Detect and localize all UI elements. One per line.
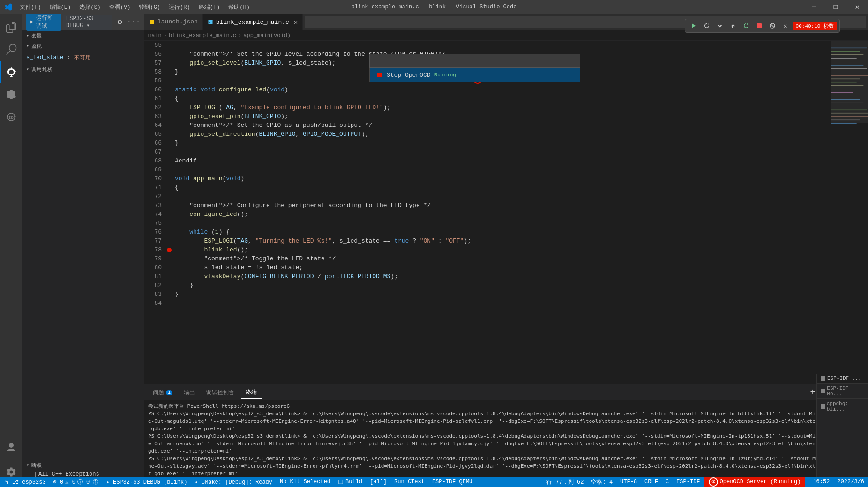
callstack-header[interactable]: ▾ 调用堆栈 <box>22 64 144 74</box>
config-label[interactable]: ESP32-S3 DEBUG ▾ <box>63 15 112 30</box>
activity-debug[interactable] <box>0 61 22 83</box>
tab-debug-console[interactable]: 调试控制台 <box>202 386 239 399</box>
menu-view[interactable]: 查看(V) <box>105 2 135 12</box>
status-git-branch[interactable]: ⎇ esp32s3 <box>0 477 50 487</box>
stop-openocd-label: Stop OpenOCD <box>387 72 431 79</box>
debug-disconnect-btn[interactable] <box>767 20 778 31</box>
debug-close-btn[interactable]: ✕ <box>780 20 791 31</box>
more-icon-btn[interactable]: ··· <box>127 15 140 29</box>
minimize-button[interactable]: ─ <box>803 0 825 14</box>
debug-toolbar: 运行和调试 ESP32-S3 DEBUG ▾ ⚙ ··· <box>22 14 144 30</box>
debug-step-into-btn[interactable] <box>714 20 726 31</box>
maximize-button[interactable] <box>825 0 846 14</box>
run-ctest-label: Run CTest <box>394 479 425 485</box>
menu-run[interactable]: 运行(R) <box>165 2 194 12</box>
tab-output[interactable]: 输出 <box>179 386 200 399</box>
debug-step-over-btn[interactable] <box>701 20 712 31</box>
menu-file[interactable]: 文件(F) <box>16 2 45 12</box>
line-number: 79 <box>144 254 162 263</box>
code-line: vTaskDelay(CONFIG_BLINK_PERIOD / portTIC… <box>165 272 831 281</box>
gear-icon-btn[interactable]: ⚙ <box>114 15 125 29</box>
close-button[interactable]: ✕ <box>846 0 868 14</box>
time-label: 16:52 <box>813 479 830 485</box>
status-build[interactable]: Build <box>334 477 366 487</box>
rt-tab-esp-idf[interactable]: ESP-IDF ... <box>817 374 868 384</box>
svg-rect-30 <box>821 404 825 409</box>
rt-tab-esp-idf-mo[interactable]: ESP-IDF Mo... <box>817 384 868 399</box>
status-cmake[interactable]: ✦ CMake: [Debug]: Ready <box>191 477 276 487</box>
svg-rect-27 <box>831 41 868 123</box>
code-lines: "comment">/* Set the GPIO level accordin… <box>165 41 831 384</box>
no-breakpoint <box>165 272 173 281</box>
code-line: { <box>165 94 831 103</box>
no-breakpoint <box>165 85 173 94</box>
tab-blink-main[interactable]: C blink_example_main.c ✕ <box>203 14 303 30</box>
tab-launch-json[interactable]: launch.json <box>144 14 203 30</box>
tab-close-icon[interactable]: ✕ <box>294 18 298 26</box>
spaces-label: 空格: 4 <box>591 478 613 486</box>
code-line: } <box>165 290 831 299</box>
chevron-right-icon: ▾ <box>26 66 30 72</box>
status-run-ctest[interactable]: Run CTest <box>390 477 428 487</box>
status-esp-idf[interactable]: ESP-IDF <box>673 477 703 487</box>
status-encoding[interactable]: UTF-8 <box>616 477 641 487</box>
tab-terminal[interactable]: 终端 <box>241 386 262 399</box>
rt-tab-cppdbg[interactable]: cppdbg: bli... <box>817 399 868 414</box>
code-editor[interactable]: 5556575859606162636465666768697071727374… <box>144 41 831 384</box>
status-line-ending[interactable]: CRLF <box>641 477 662 487</box>
watch-header[interactable]: ▾ 监视 <box>22 41 144 51</box>
line-number: 82 <box>144 281 162 290</box>
line-number: 60 <box>144 85 162 94</box>
status-build-all[interactable]: [all] <box>366 477 390 487</box>
status-line-col[interactable]: 行 77，列 62 <box>543 477 587 487</box>
activity-esp-idf[interactable]: IDF <box>0 106 22 128</box>
variables-header[interactable]: ▾ 变量 <box>22 30 144 41</box>
breakpoints-header[interactable]: ▾ 断点 <box>22 460 144 470</box>
status-language[interactable]: C <box>662 477 673 487</box>
debug-config-label: ✦ ESP32-S3 DEBUG (blink) <box>106 479 187 486</box>
menu-edit[interactable]: 编辑(E) <box>46 2 75 12</box>
left-panel: 运行和调试 ESP32-S3 DEBUG ▾ ⚙ ··· ▾ 变量 ▾ 监视 s… <box>22 14 144 487</box>
code-text: { <box>173 183 179 192</box>
menu-help[interactable]: 帮助(H) <box>224 2 254 12</box>
menu-goto[interactable]: 转到(G) <box>135 2 164 12</box>
encoding-label: UTF-8 <box>620 479 637 485</box>
menu-select[interactable]: 选择(S) <box>75 2 105 12</box>
date-label: 2022/3/6 <box>837 479 864 485</box>
activity-search[interactable] <box>0 38 22 61</box>
bottom-tab-bar: 问题 1 输出 调试控制台 终端 + ⊞ ∧ <box>144 384 868 401</box>
run-debug-button[interactable]: 运行和调试 <box>26 13 61 31</box>
openocd-label: OpenOCD Server (Running) <box>720 479 801 485</box>
status-time: 16:52 <box>809 477 833 487</box>
status-spaces[interactable]: 空格: 4 <box>587 477 616 487</box>
status-debug-config[interactable]: ✦ ESP32-S3 DEBUG (blink) <box>103 477 191 487</box>
no-breakpoint <box>165 103 173 112</box>
status-esp-idf-qemu[interactable]: ESP-IDF QEMU <box>428 477 476 487</box>
status-left: ⎇ esp32s3 ⊗ 0 ⚠ 0 ⓘ 0 ① ✦ ESP32-S3 DEBUG… <box>0 477 476 487</box>
no-breakpoint <box>165 183 173 192</box>
status-no-kit[interactable]: No Kit Selected <box>276 477 334 487</box>
code-line: { <box>165 183 831 192</box>
line-number: 75 <box>144 219 162 228</box>
tab-problems[interactable]: 问题 1 <box>148 386 177 399</box>
debug-restart-btn[interactable] <box>741 20 752 31</box>
breadcrumb-file: blink_example_main.c <box>169 32 236 39</box>
debug-step-out-btn[interactable] <box>727 20 739 31</box>
watch-value: 不可用 <box>74 54 91 62</box>
blink-main-tab-label: blink_example_main.c <box>216 19 289 26</box>
status-openocd[interactable]: ① OpenOCD Server (Running) <box>704 477 806 487</box>
variables-section: ▾ 变量 <box>22 30 144 41</box>
terminal-line: PS C:\Users\Wingpeng\Desktop\esp32_s3_de… <box>148 410 864 433</box>
debug-search-input[interactable] <box>374 58 576 65</box>
menu-terminal[interactable]: 终端(T) <box>195 2 224 12</box>
activity-explorer[interactable] <box>0 16 22 38</box>
activity-account[interactable] <box>0 436 22 459</box>
svg-rect-0 <box>834 5 838 9</box>
debug-stop-btn[interactable] <box>754 20 765 31</box>
activity-extensions[interactable] <box>0 83 22 106</box>
status-errors[interactable]: ⊗ 0 ⚠ 0 ⓘ 0 ① <box>50 477 103 487</box>
stop-openocd-item[interactable]: Stop OpenOCD Running <box>370 68 580 82</box>
language-label: C <box>666 479 669 485</box>
svg-rect-7 <box>377 73 382 77</box>
debug-continue-btn[interactable] <box>688 20 699 31</box>
